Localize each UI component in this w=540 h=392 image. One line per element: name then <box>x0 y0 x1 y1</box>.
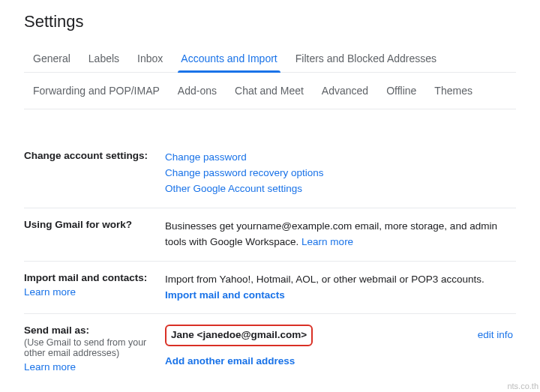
tab-labels[interactable]: Labels <box>80 46 128 72</box>
tab-addons[interactable]: Add-ons <box>169 80 226 101</box>
link-import-mail-contacts[interactable]: Import mail and contacts <box>165 288 516 304</box>
tab-forwarding-pop-imap[interactable]: Forwarding and POP/IMAP <box>24 80 169 101</box>
section-label-change-account: Change account settings: <box>24 150 165 161</box>
tab-filters-blocked[interactable]: Filters and Blocked Addresses <box>286 46 446 72</box>
tab-advanced[interactable]: Advanced <box>313 80 377 101</box>
tab-chat-meet[interactable]: Chat and Meet <box>226 80 313 101</box>
link-recovery-options[interactable]: Change password recovery options <box>165 166 516 181</box>
section-label-send-mail-as: Send mail as: (Use Gmail to send from yo… <box>24 325 165 373</box>
tabs-row-secondary: Forwarding and POP/IMAP Add-ons Chat and… <box>24 73 516 109</box>
section-label-import: Import mail and contacts: Learn more <box>24 272 165 298</box>
section-gmail-work: Using Gmail for work? Businesses get you… <box>24 208 516 262</box>
tab-offline[interactable]: Offline <box>377 80 425 101</box>
tab-general[interactable]: General <box>24 46 80 72</box>
section-label-gmail-work: Using Gmail for work? <box>24 219 165 230</box>
link-edit-info[interactable]: edit info <box>478 328 516 343</box>
send-mail-as-subtext: (Use Gmail to send from your other email… <box>24 337 152 358</box>
page-title: Settings <box>24 12 516 31</box>
link-add-another-email[interactable]: Add another email address <box>165 354 516 370</box>
tab-accounts-import[interactable]: Accounts and Import <box>172 46 286 72</box>
link-other-account-settings[interactable]: Other Google Account settings <box>165 181 516 197</box>
tabs-row-primary: General Labels Inbox Accounts and Import… <box>24 46 516 73</box>
link-workspace-learn-more[interactable]: Learn more <box>302 236 353 247</box>
send-as-identity: Jane <janedoe@gmail.com> <box>165 325 313 346</box>
tab-inbox[interactable]: Inbox <box>128 46 172 72</box>
tab-themes[interactable]: Themes <box>425 80 482 101</box>
section-import: Import mail and contacts: Learn more Imp… <box>24 262 516 315</box>
link-change-password[interactable]: Change password <box>165 150 516 166</box>
link-import-learn-more[interactable]: Learn more <box>24 286 152 298</box>
import-text: Import from Yahoo!, Hotmail, AOL, or oth… <box>165 272 516 288</box>
section-change-account: Change account settings: Change password… <box>24 139 516 208</box>
link-send-mail-as-learn-more[interactable]: Learn more <box>24 361 152 373</box>
section-send-mail-as: Send mail as: (Use Gmail to send from yo… <box>24 314 516 383</box>
